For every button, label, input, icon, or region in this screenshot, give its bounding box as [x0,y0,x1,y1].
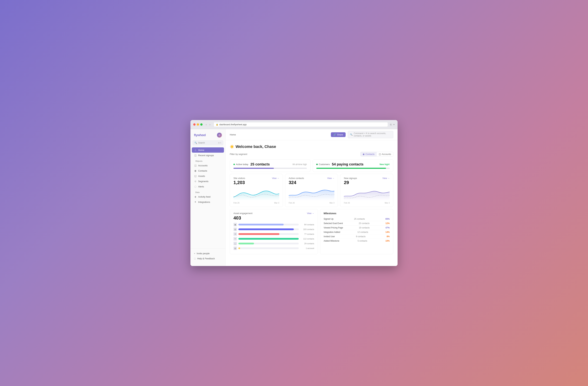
chart-view-link[interactable]: View → [382,177,390,180]
new-signups-card: New signups View → 29 [340,174,393,207]
stat-header: Customers 54 paying contacts New high! [316,162,390,166]
sidebar-item-label: Integrations [198,201,210,203]
chart-view-link[interactable]: View → [327,177,334,180]
asset-bar-fill [238,233,279,235]
objects-section-label: Objects [192,158,224,163]
milestone-contacts: 12 contacts [357,231,368,233]
welcome-text: Welcome back, Chase [235,144,276,149]
sidebar-item-label: Contacts [198,169,207,172]
sun-icon: ☀️ [230,144,234,149]
traffic-lights [193,123,203,126]
milestone-row: Added Milestone 5 contacts 10% [324,239,390,243]
asset-row: ✏ 112 contacts [233,237,314,241]
share-icon[interactable]: ⎋ [390,123,392,126]
address-bar[interactable]: 🔒 dashboard.theflywheel.app [214,122,388,127]
invite-people-item[interactable]: + Invite people [192,251,224,256]
asset-icon: ▨ [233,246,237,250]
milestone-pct: 10% [385,240,390,242]
sidebar-item-segments[interactable]: ⎊ Segments [192,179,224,184]
activity-feed-icon: ◈ [194,195,197,198]
milestone-pct: 47% [385,226,390,229]
progress-fill [316,168,386,169]
stat-label-text: Active today [236,163,248,166]
filter-label: Filter by segment [230,153,247,155]
chart-label: Active contacts [289,177,304,180]
milestones-card: Milestones Signed Up 25 contacts 65% Sel… [320,209,393,254]
milestone-row: Integration Added 12 contacts 14% [324,230,390,234]
forward-button[interactable]: › [208,123,211,126]
sidebar-item-alerts[interactable]: ◌ Alerts [192,184,224,189]
browser-chrome: ‹ › 🔒 dashboard.theflywheel.app ⎋ + [190,120,398,129]
milestone-pct: 12% [385,222,390,224]
customers-card: Customers 54 paying contacts New high! [313,159,393,172]
milestone-name: Viewed Pricing Page [324,226,343,229]
contacts-segment-button[interactable]: ◉ Contacts [360,152,377,156]
invite-icon: + [194,252,195,255]
sidebar-item-activity-feed[interactable]: ◈ Activity feed [192,194,224,199]
date-start: Feb 26 [233,202,239,204]
global-search[interactable]: 🔍 Command + K to search accounts, contac… [348,131,393,138]
share-icon: 🔗 [333,133,336,136]
milestone-contacts: 9 contacts [356,235,366,238]
new-tab-icon[interactable]: + [393,123,395,126]
asset-bar-track [238,233,299,235]
asset-bar-track [238,243,299,244]
chart-value: 324 [289,180,335,185]
share-button[interactable]: 🔗 Share [331,132,346,137]
asset-row: ▣ 84 contacts [233,223,314,226]
date-start: Feb 26 [344,202,350,204]
asset-row: ▨ 1 account [233,246,314,250]
stat-label: Customers 54 paying contacts [316,162,363,166]
page-body: ☀️ Welcome back, Chase Filter by segment… [226,140,398,258]
search-placeholder: Command + K to search accounts, contacts… [354,132,391,137]
search-placeholder: Search [198,142,205,144]
asset-bar-track [238,238,299,240]
active-contacts-card: Active contacts View → 324 [285,174,338,207]
asset-icon: ▣ [233,223,237,226]
asset-bar-fill [238,228,294,230]
sidebar-item-accounts[interactable]: ◫ Accounts [192,163,224,168]
milestone-row: Signed Up 25 contacts 65% [324,217,390,221]
avatar[interactable]: C [217,133,222,138]
sidebar-item-label: Assets [198,175,205,177]
back-button[interactable]: ‹ [205,123,208,126]
customers-dot [316,164,318,165]
chart-label: New signups [344,177,357,180]
asset-engagement-card: Asset engagement View → 403 ▣ 84 contact… [230,209,318,254]
close-button[interactable] [193,123,195,126]
asset-row: ✉ 77 contacts [233,232,314,236]
chart-footer: Feb 26 Mar 3 [344,202,390,204]
sidebar-search[interactable]: 🔍 Search ⌘ K [192,140,223,145]
sidebar-item-recent-signups[interactable]: ◫ Recent signups [192,153,224,158]
milestone-row: Invited User 9 contacts 8% [324,234,390,239]
asset-count: 112 contacts [300,238,314,240]
invite-label: Invite people [197,252,210,255]
chart-view-link[interactable]: View → [272,177,279,180]
help-feedback-item[interactable]: ◌ Help & Feedback [192,256,224,261]
accounts-segment-button[interactable]: ◫ Accounts [377,152,393,156]
accounts-label: Accounts [382,153,391,155]
milestone-contacts: 23 contacts [359,222,369,224]
asset-view-link[interactable]: View → [307,212,314,215]
sidebar-item-contacts[interactable]: ◉ Contacts [192,168,224,173]
help-label: Help & Feedback [197,257,215,260]
main-content: Home 🔗 Share 🔍 Command + K to search acc… [226,129,398,266]
asset-bar-fill [238,243,254,244]
asset-row: ▢ 29 contacts [233,242,314,245]
app-layout: flywheel C 🔍 Search ⌘ K ⌂ Home ◫ Recent … [190,129,398,266]
milestones-title: Milestones [324,212,390,215]
progress-track [316,168,390,169]
sidebar-item-home[interactable]: ⌂ Home [192,147,224,153]
sidebar-item-assets[interactable]: ◱ Assets [192,173,224,179]
active-dot [233,164,235,165]
sidebar-item-label: Activity feed [198,195,210,198]
milestone-name: Invited User [324,235,335,238]
sidebar-item-integrations[interactable]: ✦ Integrations [192,199,224,204]
sidebar-nav: ⌂ Home ◫ Recent signups Objects ◫ Accoun… [190,147,225,249]
sidebar: flywheel C 🔍 Search ⌘ K ⌂ Home ◫ Recent … [190,129,226,266]
fullscreen-button[interactable] [200,123,203,126]
top-bar: Home 🔗 Share 🔍 Command + K to search acc… [226,129,398,140]
minimize-button[interactable] [197,123,199,126]
asset-label: Asset engagement [233,212,252,215]
chart-area [233,187,279,201]
